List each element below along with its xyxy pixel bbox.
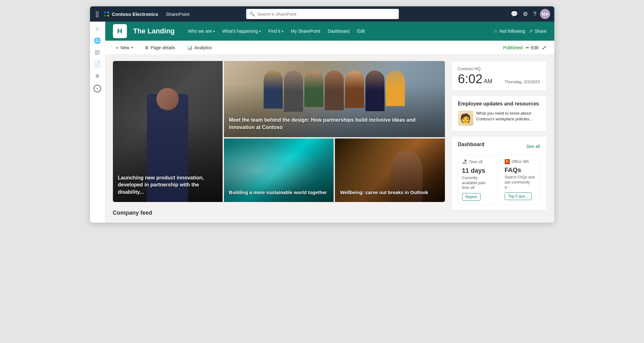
home-icon[interactable]: ⌂ bbox=[96, 25, 99, 32]
card-desc-time-off: Currently available paid time off bbox=[462, 176, 493, 191]
site-header-actions: ☆ Not following ↗ Share bbox=[494, 29, 547, 34]
company-feed-title: Company feed bbox=[113, 210, 445, 216]
svg-point-0 bbox=[104, 11, 106, 13]
card-value-time-off: 11 days bbox=[462, 167, 493, 174]
search-input[interactable] bbox=[257, 12, 396, 17]
share-icon: ↗ bbox=[529, 29, 533, 34]
globe-icon[interactable]: 🌐 bbox=[94, 37, 101, 44]
search-icon: 🔍 bbox=[249, 11, 255, 17]
clock-time: 6:02AM bbox=[458, 72, 493, 85]
card-value-office365: FAQs bbox=[505, 166, 536, 174]
settings-icon[interactable]: ⚙ bbox=[522, 9, 529, 19]
svg-point-3 bbox=[107, 15, 109, 17]
top-nav-actions: 💬 ⚙ ? MA bbox=[509, 9, 550, 19]
list-icon[interactable]: ≡ bbox=[95, 72, 99, 80]
chevron-down-icon: ▾ bbox=[131, 46, 133, 49]
page-toolbar: + New ▾ ⚙ Page details 📊 Analytics Publi… bbox=[105, 41, 554, 55]
see-all-link[interactable]: See all bbox=[526, 144, 540, 149]
dashboard-header: Dashboard See all bbox=[458, 142, 540, 151]
share-button[interactable]: ↗ Share bbox=[529, 29, 546, 34]
company-feed: Company feed bbox=[113, 210, 445, 216]
card-action-time-off[interactable]: Report bbox=[462, 193, 481, 201]
update-item[interactable]: 🧑 What you need to know about Contoso's … bbox=[458, 111, 540, 126]
toolbar-separator bbox=[139, 44, 139, 51]
hero-text-large: Launching new product innovation, develo… bbox=[118, 174, 218, 196]
clock-date: Thursday, 2/2/2023 bbox=[504, 79, 540, 84]
not-following-button[interactable]: ☆ Not following bbox=[494, 29, 525, 34]
star-icon: ☆ bbox=[494, 29, 498, 34]
news-icon[interactable]: 📰 bbox=[94, 49, 100, 55]
card-action-office365[interactable]: Top 5 que... bbox=[505, 192, 532, 200]
clock-location: Contoso HQ bbox=[458, 66, 540, 71]
chat-icon[interactable]: 💬 bbox=[509, 9, 519, 19]
site-nav: Who we are ▾ What's happening ▾ Find it … bbox=[185, 27, 488, 36]
plus-icon: + bbox=[116, 45, 119, 50]
dashboard-card-office365[interactable]: O Office 365 FAQs Search FAQs and ask co… bbox=[501, 155, 540, 205]
content-area: Launching new product innovation, develo… bbox=[113, 61, 445, 216]
hero-grid: Launching new product innovation, develo… bbox=[113, 61, 445, 202]
site-title: The Landing bbox=[133, 27, 175, 35]
card-type-time-off: Time off bbox=[469, 160, 483, 164]
left-sidebar: ⌂ 🌐 📰 📄 ≡ + bbox=[90, 22, 105, 223]
app-name: SharePoint bbox=[166, 11, 189, 17]
brand-logo[interactable]: Contoso Electronics bbox=[103, 10, 158, 17]
right-sidebar: Contoso HQ 6:02AM Thursday, 2/2/2023 Emp… bbox=[451, 61, 547, 216]
office365-icon: O bbox=[505, 159, 510, 164]
card-header-office365: O Office 365 bbox=[505, 159, 536, 164]
clock-widget: Contoso HQ 6:02AM Thursday, 2/2/2023 bbox=[451, 61, 547, 91]
page-details-button[interactable]: ⚙ Page details bbox=[142, 43, 178, 52]
new-button[interactable]: + New ▾ bbox=[113, 43, 136, 52]
svg-point-2 bbox=[104, 15, 106, 17]
avatar[interactable]: MA bbox=[540, 9, 550, 19]
card-type-office365: Office 365 bbox=[512, 159, 529, 164]
toolbar-right: Published ✏ Edit ⤢ bbox=[503, 44, 547, 51]
chevron-down-icon: ▾ bbox=[282, 30, 283, 33]
hero-text-small-bl: Building a more sustainable world togeth… bbox=[229, 189, 329, 196]
search-bar[interactable]: 🔍 bbox=[246, 9, 399, 19]
pencil-icon: ✏ bbox=[526, 45, 530, 50]
published-badge: Published bbox=[503, 45, 523, 50]
analytics-button[interactable]: 📊 Analytics bbox=[184, 43, 215, 52]
nav-edit[interactable]: Edit bbox=[354, 27, 368, 36]
add-circle-icon[interactable]: + bbox=[93, 85, 101, 92]
update-thumbnail: 🧑 bbox=[458, 111, 473, 126]
site-logo: H bbox=[113, 24, 127, 38]
hero-item-small-br[interactable]: Wellbeing: carve out breaks in Outlook bbox=[335, 138, 445, 202]
nav-find-it[interactable]: Find it ▾ bbox=[265, 27, 287, 36]
dashboard-card-time-off[interactable]: 🏖 Time off 11 days Currently available p… bbox=[458, 155, 497, 205]
site-header: H The Landing Who we are ▾ What's happen… bbox=[105, 22, 554, 41]
employee-updates: Employee updates and resources 🧑 What yo… bbox=[451, 96, 547, 131]
dashboard-cards: 🏖 Time off 11 days Currently available p… bbox=[458, 155, 540, 205]
card-header-time-off: 🏖 Time off bbox=[462, 159, 493, 165]
document-icon[interactable]: 📄 bbox=[94, 60, 101, 67]
nav-whats-happening[interactable]: What's happening ▾ bbox=[219, 27, 264, 36]
dashboard-section: Dashboard See all 🏖 Time off 11 days Cur… bbox=[451, 136, 547, 210]
employee-updates-title: Employee updates and resources bbox=[458, 101, 540, 107]
time-off-icon: 🏖 bbox=[462, 159, 467, 165]
nav-dashboard[interactable]: Dashboard bbox=[325, 27, 353, 36]
chevron-down-icon: ▾ bbox=[213, 30, 215, 33]
hero-text-medium-top: Meet the team behind the design: How par… bbox=[229, 117, 440, 131]
nav-my-sharepoint[interactable]: My SharePoint bbox=[288, 27, 323, 36]
hero-text-small-br: Wellbeing: carve out breaks in Outlook bbox=[340, 189, 440, 196]
right-content: H The Landing Who we are ▾ What's happen… bbox=[105, 22, 554, 223]
card-desc-office365: Search FAQs and ask community a... bbox=[505, 175, 536, 190]
svg-point-1 bbox=[107, 11, 109, 13]
hero-item-large[interactable]: Launching new product innovation, develo… bbox=[113, 61, 223, 202]
chevron-down-icon: ▾ bbox=[259, 30, 261, 33]
main-wrapper: Launching new product innovation, develo… bbox=[105, 55, 554, 223]
analytics-icon: 📊 bbox=[187, 45, 192, 50]
brand-name: Contoso Electronics bbox=[112, 11, 158, 17]
nav-who-we-are[interactable]: Who we are ▾ bbox=[185, 27, 218, 36]
dashboard-title: Dashboard bbox=[458, 142, 485, 147]
expand-icon[interactable]: ⤢ bbox=[542, 44, 547, 51]
main-body: ⌂ 🌐 📰 📄 ≡ + H The Landing Who we are ▾ bbox=[90, 22, 554, 223]
gear-icon: ⚙ bbox=[145, 45, 149, 50]
waffle-icon[interactable]: ⣿ bbox=[94, 9, 100, 19]
hero-item-medium-top[interactable]: Meet the team behind the design: How par… bbox=[224, 61, 445, 137]
app-frame: ⣿ Contoso Electronics SharePoint 🔍 💬 ⚙ ?… bbox=[90, 6, 554, 223]
help-icon[interactable]: ? bbox=[532, 10, 537, 19]
top-nav-bar: ⣿ Contoso Electronics SharePoint 🔍 💬 ⚙ ?… bbox=[90, 6, 554, 22]
hero-item-small-bl[interactable]: Building a more sustainable world togeth… bbox=[224, 138, 334, 202]
edit-button-right[interactable]: ✏ Edit bbox=[526, 45, 538, 50]
